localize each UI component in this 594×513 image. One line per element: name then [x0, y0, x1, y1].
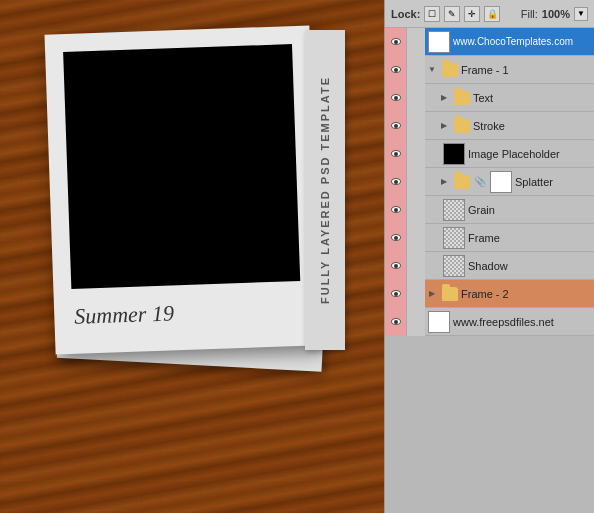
- layer-link-shadow: [407, 252, 425, 280]
- eye-icon-shadow[interactable]: [385, 252, 407, 280]
- eye-icon-grain[interactable]: [385, 196, 407, 224]
- eye-icon-stroke[interactable]: [385, 112, 407, 140]
- eye-dot-frame1: [391, 66, 401, 73]
- layer-name-frame2: Frame - 2: [461, 288, 594, 300]
- thumb-splatter: [491, 172, 511, 192]
- layer-name-shadow: Shadow: [468, 260, 594, 272]
- fill-area: Fill: 100% ▼: [521, 7, 588, 21]
- layer-row-frame2[interactable]: ▶ Frame - 2: [385, 280, 594, 308]
- lock-checkbox-icon[interactable]: ☐: [424, 6, 440, 22]
- layer-link-frame2: [407, 280, 425, 308]
- layer-link-image-placeholder: [407, 140, 425, 168]
- layer-link-frame1: [407, 56, 425, 84]
- layer-thumb-splatter: [490, 171, 512, 193]
- eye-dot-shadow: [391, 262, 401, 269]
- vertical-label-container: FULLY LAYERED PSD TEMPLATE: [305, 30, 345, 350]
- expand-arrow-frame2[interactable]: ▶: [425, 287, 439, 301]
- eye-dot-banner: [391, 38, 401, 45]
- eye-dot-grain: [391, 206, 401, 213]
- folder-icon-frame2: [442, 287, 458, 301]
- thumb-image-placeholder: [444, 144, 464, 164]
- layer-row-frame-layer[interactable]: Frame: [385, 224, 594, 252]
- layer-row-frame1[interactable]: ▼ Frame - 1: [385, 56, 594, 84]
- vertical-label-text: FULLY LAYERED PSD TEMPLATE: [319, 76, 331, 304]
- layer-link-frame-layer: [407, 224, 425, 252]
- layer-thumb-freepsd: [428, 311, 450, 333]
- layer-row-splatter[interactable]: ▶ 📎 Splatter: [385, 168, 594, 196]
- layer-thumb-frame-layer: [443, 227, 465, 249]
- layer-thumb-shadow: [443, 255, 465, 277]
- thumb-frame-layer: [444, 228, 464, 248]
- thumb-freepsd: [429, 312, 449, 332]
- eye-dot-frame2: [391, 290, 401, 297]
- layer-row-text[interactable]: ▶ Text: [385, 84, 594, 112]
- layer-name-freepsd: www.freepsdfiles.net: [453, 316, 594, 328]
- eye-icon-splatter[interactable]: [385, 168, 407, 196]
- folder-icon-frame1: [442, 63, 458, 77]
- expand-arrow-splatter[interactable]: ▶: [437, 175, 451, 189]
- layer-name-frame1: Frame - 1: [461, 64, 594, 76]
- layer-link-freepsd: [407, 308, 425, 336]
- eye-dot-splatter: [391, 178, 401, 185]
- folder-icon-stroke: [454, 119, 470, 133]
- expand-arrow-frame1[interactable]: ▼: [425, 63, 439, 77]
- fill-label: Fill:: [521, 8, 538, 20]
- layer-name-image-placeholder: Image Placeholder: [468, 148, 594, 160]
- eye-icon-image-placeholder[interactable]: [385, 140, 407, 168]
- layer-row-grain[interactable]: Grain: [385, 196, 594, 224]
- layer-name-splatter: Splatter: [515, 176, 594, 188]
- layer-row-stroke[interactable]: ▶ Stroke: [385, 112, 594, 140]
- layers-panel: Lock: ☐ ✎ ✛ 🔒 Fill: 100% ▼ www.ChocoTemp…: [384, 0, 594, 513]
- eye-dot-frame-layer: [391, 234, 401, 241]
- lock-label: Lock:: [391, 8, 420, 20]
- polaroid-handwriting: Summer 19: [74, 300, 174, 329]
- eye-icon-text[interactable]: [385, 84, 407, 112]
- lock-brush-icon[interactable]: ✎: [444, 6, 460, 22]
- layer-link-text: [407, 84, 425, 112]
- eye-icon-frame2[interactable]: [385, 280, 407, 308]
- polaroid-image: [63, 44, 300, 289]
- expand-arrow-stroke[interactable]: ▶: [437, 119, 451, 133]
- layer-thumb-image-placeholder: [443, 143, 465, 165]
- eye-icon-frame1[interactable]: [385, 56, 407, 84]
- layer-row-image-placeholder[interactable]: Image Placeholder: [385, 140, 594, 168]
- eye-dot-freepsd: [391, 318, 401, 325]
- eye-dot-text: [391, 94, 401, 101]
- lock-move-icon[interactable]: ✛: [464, 6, 480, 22]
- layer-link-stroke: [407, 112, 425, 140]
- lock-all-icon[interactable]: 🔒: [484, 6, 500, 22]
- layer-name-frame-layer: Frame: [468, 232, 594, 244]
- polaroid: Summer 19: [44, 25, 320, 354]
- layer-link-banner: [407, 28, 425, 56]
- layer-thumb-banner: [428, 31, 450, 53]
- layer-thumb-grain: [443, 199, 465, 221]
- eye-icon-banner[interactable]: [385, 28, 407, 56]
- layer-name-text: Text: [473, 92, 594, 104]
- folder-icon-text: [454, 91, 470, 105]
- thumb-grain: [444, 200, 464, 220]
- layer-row-freepsd[interactable]: www.freepsdfiles.net: [385, 308, 594, 336]
- layer-row-banner[interactable]: www.ChocoTemplates.com: [385, 28, 594, 56]
- eye-icon-freepsd[interactable]: [385, 308, 407, 336]
- thumb-shadow: [444, 256, 464, 276]
- layer-row-shadow[interactable]: Shadow: [385, 252, 594, 280]
- expand-arrow-text[interactable]: ▶: [437, 91, 451, 105]
- layer-link-grain: [407, 196, 425, 224]
- layers-toolbar: Lock: ☐ ✎ ✛ 🔒 Fill: 100% ▼: [385, 0, 594, 28]
- layers-list: www.ChocoTemplates.com ▼ Frame - 1 ▶ Tex…: [385, 28, 594, 513]
- layer-name-banner: www.ChocoTemplates.com: [453, 36, 594, 47]
- fill-dropdown[interactable]: ▼: [574, 7, 588, 21]
- clip-icon-splatter: 📎: [474, 176, 486, 187]
- layer-name-stroke: Stroke: [473, 120, 594, 132]
- folder-icon-splatter: [454, 175, 470, 189]
- thumb-banner: [429, 32, 449, 52]
- eye-icon-frame-layer[interactable]: [385, 224, 407, 252]
- eye-dot-image-placeholder: [391, 150, 401, 157]
- layer-name-grain: Grain: [468, 204, 594, 216]
- eye-dot-stroke: [391, 122, 401, 129]
- fill-value: 100%: [542, 8, 570, 20]
- polaroid-caption-area: Summer 19: [53, 280, 320, 344]
- layer-link-splatter: [407, 168, 425, 196]
